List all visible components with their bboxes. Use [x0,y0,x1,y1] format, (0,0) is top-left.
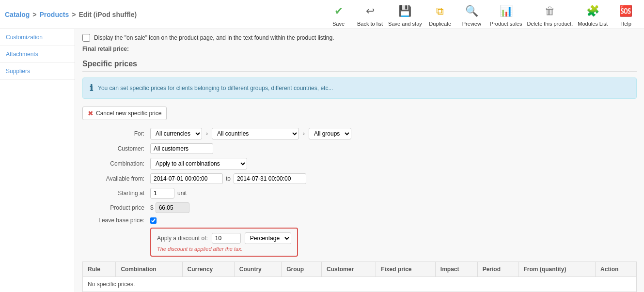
combination-row: Combination: Apply to all combinations [82,158,637,169]
dollar-sign: $ [150,204,154,211]
on-sale-checkbox[interactable] [82,34,90,42]
toolbar: ✔ Save ↩ Back to list 💾 Save and stay ⧉ … [325,2,639,27]
no-prices-row: No specific prices. [83,277,637,292]
for-row: For: All currencies › All countries › Al… [82,128,637,139]
col-currency: Currency [182,262,234,277]
sidebar-item-suppliers[interactable]: Suppliers [0,63,75,80]
customer-input[interactable] [150,143,213,154]
modules-list-button[interactable]: 🧩 Modules List [578,2,608,27]
sidebar: Customization Attachments Suppliers [0,29,75,292]
info-box: ℹ You can set specific prices for client… [82,77,637,99]
preview-button[interactable]: 🔍 Preview [458,2,485,27]
combination-select[interactable]: Apply to all combinations [150,158,247,169]
groups-select[interactable]: All groups [309,128,351,139]
col-action: Action [596,262,637,277]
back-to-list-button[interactable]: ↩ Back to list [357,2,383,27]
breadcrumb-products[interactable]: Products [40,11,69,18]
leave-base-label: Leave base price: [82,217,150,224]
for-arrow2: › [303,130,305,137]
discount-note: The discount is applied after the tax. [157,246,291,252]
cancel-specific-price-button[interactable]: ✖ Cancel new specific price [82,107,167,120]
col-rule: Rule [83,262,116,277]
save-icon: ✔ [330,2,347,20]
info-icon: ℹ [90,83,93,93]
discount-label-text: Apply a discount of: [157,235,208,242]
breadcrumb-edit: Edit (iPod shuffle) [79,11,137,18]
date-to-input[interactable] [234,173,306,184]
on-sale-text: Display the "on sale" icon on the produc… [94,34,334,41]
sidebar-item-attachments[interactable]: Attachments [0,46,75,63]
discount-value-input[interactable] [212,233,241,244]
layout: Customization Attachments Suppliers Disp… [0,29,644,292]
no-prices-text: No specific prices. [83,277,637,292]
available-from-label: Available from: [82,175,150,182]
preview-icon: 🔍 [463,2,480,20]
info-text: You can set specific prices for clients … [98,85,333,92]
table-header-row: Rule Combination Currency Country Group … [83,262,637,277]
final-retail-label: Final retail price: [82,46,129,52]
breadcrumb-catalog[interactable]: Catalog [5,11,30,18]
col-combination: Combination [116,262,182,277]
product-sales-button[interactable]: 📊 Product sales [490,2,522,27]
leave-base-checkbox[interactable] [150,217,157,224]
help-button[interactable]: 🆘 Help [613,2,639,27]
breadcrumb-sep2: > [72,11,76,18]
specific-price-form: For: All currencies › All countries › Al… [82,128,637,257]
starting-at-input[interactable] [150,188,174,199]
on-sale-row: Display the "on sale" icon on the produc… [82,34,637,42]
main-content: Display the "on sale" icon on the produc… [75,29,644,292]
to-label: to [226,175,231,182]
for-label: For: [82,130,150,137]
specific-prices-title: Specific prices [82,60,637,72]
col-customer: Customer [322,262,376,277]
breadcrumb: Catalog > Products > Edit (iPod shuffle) [5,11,137,18]
delete-icon: 🗑 [541,2,559,20]
starting-at-row: Starting at unit [82,188,637,199]
unit-label: unit [177,190,187,197]
saveandstay-icon: 💾 [396,2,414,20]
leave-base-price-row: Leave base price: [82,217,637,224]
discount-controls: Apply a discount of: Percentage [157,232,291,244]
cancel-icon: ✖ [88,109,94,117]
countries-select[interactable]: All countries [212,128,299,139]
for-controls: All currencies › All countries › All gro… [150,128,351,139]
discount-type-select[interactable]: Percentage [245,232,291,244]
product-price-label: Product price [82,204,150,211]
product-price-input[interactable] [156,202,189,213]
col-from-quantity: From (quantity) [518,262,596,277]
for-arrow1: › [206,130,208,137]
breadcrumb-sep1: > [32,11,36,18]
product-price-row: Product price $ [82,202,637,213]
discount-box: Apply a discount of: Percentage The disc… [150,228,298,257]
back-icon: ↩ [361,2,379,20]
customer-label: Customer: [82,145,150,152]
col-country: Country [234,262,281,277]
apply-discount-row: Apply a discount of: Percentage The disc… [82,228,637,257]
duplicate-button[interactable]: ⧉ Duplicate [427,2,454,27]
final-retail-row: Final retail price: [82,46,637,52]
delete-button[interactable]: 🗑 Delete this product. [527,2,573,27]
customer-row: Customer: [82,143,637,154]
combination-label: Combination: [82,160,150,167]
modules-icon: 🧩 [584,2,601,20]
col-fixed-price: Fixed price [376,262,436,277]
starting-at-label: Starting at [82,190,150,197]
save-button[interactable]: ✔ Save [325,2,352,27]
currencies-select[interactable]: All currencies [150,128,202,139]
col-group: Group [282,262,322,277]
save-and-stay-button[interactable]: 💾 Save and stay [388,2,422,27]
col-impact: Impact [435,262,477,277]
sidebar-item-customization[interactable]: Customization [0,29,75,46]
date-from-input[interactable] [150,173,223,184]
duplicate-icon: ⧉ [431,2,449,20]
product-sales-icon: 📊 [497,2,515,20]
available-from-row: Available from: to [82,173,637,184]
col-period: Period [477,262,518,277]
help-icon: 🆘 [617,2,635,20]
specific-prices-table: Rule Combination Currency Country Group … [82,261,637,292]
header: Catalog > Products > Edit (iPod shuffle)… [0,0,644,29]
